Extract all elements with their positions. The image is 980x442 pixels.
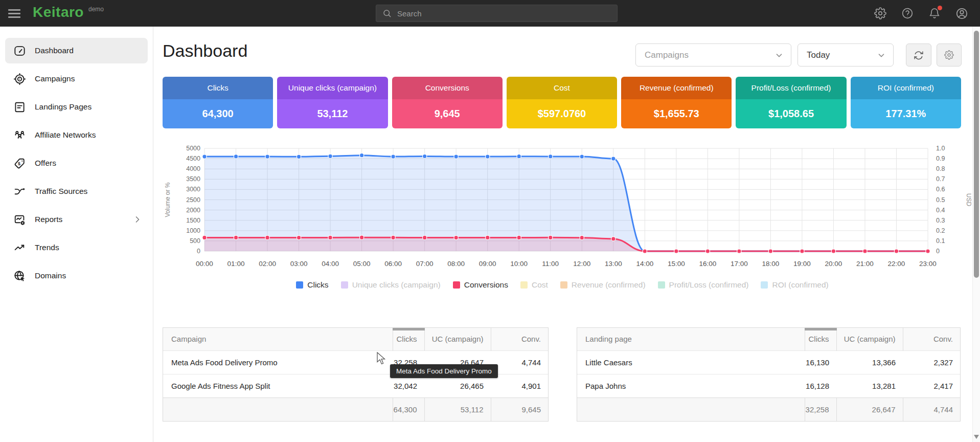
app-logo[interactable]: Keitaro demo	[33, 4, 104, 20]
svg-text:17:00: 17:00	[731, 260, 748, 268]
scroll-down-arrow-icon[interactable]	[974, 435, 979, 439]
total-value	[163, 397, 393, 421]
sidebar-item-dashboard[interactable]: Dashboard	[5, 38, 148, 63]
svg-text:1000: 1000	[186, 227, 200, 234]
column-header-clicks[interactable]: Clicks	[805, 328, 836, 350]
logo-demo-badge: demo	[88, 6, 104, 13]
stat-card-unique-clicks-campaign: Unique clicks (campaign)53,112	[277, 77, 388, 128]
total-value: 9,645	[491, 397, 548, 421]
svg-text:08:00: 08:00	[447, 260, 465, 268]
table-row: Papa Johns16,12813,2812,417	[577, 374, 960, 397]
cell-value: 4,744	[491, 350, 548, 374]
totals-row: 64,30053,1129,645	[163, 397, 548, 421]
legend-item-conversions[interactable]: Conversions	[453, 280, 508, 290]
mouse-cursor	[377, 352, 388, 365]
search-input[interactable]	[397, 9, 611, 18]
column-header-uc-campaign[interactable]: UC (campaign)	[424, 328, 491, 350]
row-name-link[interactable]: Meta Ads Food Delivery Promo	[163, 350, 393, 374]
cell-value: 16,130	[805, 350, 836, 374]
menu-icon[interactable]	[8, 7, 21, 19]
refresh-button[interactable]	[906, 43, 931, 67]
legend-label: Profit/Loss (confirmed)	[669, 280, 749, 290]
chart-legend: ClicksUnique clicks (campaign)Conversion…	[153, 280, 971, 290]
svg-text:4500: 4500	[186, 155, 200, 162]
sidebar-item-domains[interactable]: Domains	[5, 263, 148, 289]
legend-swatch	[341, 281, 348, 289]
legend-item-clicks[interactable]: Clicks	[296, 280, 328, 290]
row-name-link[interactable]: Google Ads Fitness App Split	[163, 374, 393, 397]
sidebar-item-landings-pages[interactable]: Landings Pages	[5, 94, 148, 120]
scrollbar-track[interactable]	[972, 27, 980, 442]
help-icon[interactable]	[901, 7, 915, 20]
svg-text:01:00: 01:00	[227, 260, 245, 268]
legend-swatch	[453, 281, 460, 289]
svg-text:05:00: 05:00	[353, 260, 371, 268]
legend-label: Revenue (confirmed)	[572, 280, 646, 290]
period-filter-select[interactable]: Today	[797, 43, 894, 67]
svg-text:0.5: 0.5	[936, 196, 945, 204]
svg-text:21:00: 21:00	[856, 260, 874, 268]
landing-pages-table: Landing pageClicksUC (campaign)Conv.Litt…	[577, 327, 961, 422]
sidebar-item-traffic-sources[interactable]: Traffic Sources	[5, 179, 148, 204]
sidebar-item-offers[interactable]: $Offers	[5, 150, 148, 176]
sidebar-item-label: Campaigns	[35, 74, 75, 83]
svg-text:0.9: 0.9	[936, 155, 945, 162]
svg-text:0.3: 0.3	[936, 217, 945, 224]
stat-card-label: Unique clicks (campaign)	[277, 77, 388, 99]
campaigns-filter-select[interactable]: Campaigns	[635, 43, 791, 67]
notifications-bell-icon[interactable]	[928, 7, 942, 20]
svg-text:07:00: 07:00	[416, 260, 434, 268]
svg-text:0.1: 0.1	[936, 237, 945, 245]
sidebar-item-affiliate-networks[interactable]: Affiliate Networks	[5, 122, 148, 148]
svg-text:0.4: 0.4	[936, 207, 945, 214]
user-account-icon[interactable]	[955, 7, 969, 20]
sidebar-item-label: Dashboard	[35, 46, 74, 55]
scrollbar-thumb[interactable]	[974, 31, 979, 278]
svg-text:10:00: 10:00	[510, 260, 528, 268]
total-value: 64,300	[393, 397, 424, 421]
settings-icon[interactable]	[874, 7, 887, 20]
topbar: Keitaro demo	[0, 0, 980, 27]
landing-pages-icon	[13, 100, 27, 114]
svg-text:11:00: 11:00	[542, 260, 559, 268]
search-icon	[382, 9, 392, 18]
svg-text:2000: 2000	[186, 207, 200, 214]
svg-text:3000: 3000	[186, 186, 200, 193]
total-value: 26,647	[836, 397, 903, 421]
cell-value: 2,327	[903, 350, 960, 374]
column-header-campaign[interactable]: Campaign	[163, 328, 393, 350]
legend-item-cost[interactable]: Cost	[520, 280, 548, 290]
column-header-landing-page[interactable]: Landing page	[577, 328, 805, 350]
sidebar-item-campaigns[interactable]: Campaigns	[5, 66, 148, 92]
stat-card-label: ROI (confirmed)	[851, 77, 961, 99]
stat-card-value: 64,300	[163, 99, 273, 128]
column-header-conv[interactable]: Conv.	[491, 328, 548, 350]
legend-item-unique-clicks-campaign[interactable]: Unique clicks (campaign)	[341, 280, 441, 290]
svg-text:0.6: 0.6	[936, 186, 945, 193]
sidebar-item-label: Landings Pages	[35, 102, 92, 112]
sidebar-item-reports[interactable]: Reports	[5, 207, 148, 232]
svg-text:USD: USD	[965, 193, 971, 207]
sidebar-item-label: Traffic Sources	[35, 187, 87, 196]
legend-item-roi-confirmed[interactable]: ROI (confirmed)	[761, 280, 828, 290]
stat-card-revenue-confirmed: Revenue (confirmed)$1,655.73	[621, 77, 732, 128]
reports-icon	[13, 213, 27, 226]
column-header-conv[interactable]: Conv.	[903, 328, 960, 350]
dashboard-settings-button[interactable]	[937, 43, 962, 67]
column-header-uc-campaign[interactable]: UC (campaign)	[836, 328, 903, 350]
row-name-link[interactable]: Little Caesars	[577, 350, 805, 374]
legend-item-profit-loss-confirmed[interactable]: Profit/Loss (confirmed)	[658, 280, 749, 290]
sidebar-item-trends[interactable]: Trends	[5, 235, 148, 260]
stat-card-value: $1,655.73	[621, 99, 732, 128]
legend-swatch	[520, 281, 528, 289]
legend-item-revenue-confirmed[interactable]: Revenue (confirmed)	[560, 280, 646, 290]
sort-indicator	[393, 328, 425, 330]
row-name-link[interactable]: Papa Johns	[577, 374, 805, 397]
total-value: 32,258	[805, 397, 836, 421]
campaigns-filter-value: Campaigns	[645, 50, 689, 60]
stat-card-label: Cost	[507, 77, 617, 99]
period-filter-value: Today	[807, 50, 830, 60]
column-header-clicks[interactable]: Clicks	[393, 328, 424, 350]
sidebar-item-label: Reports	[35, 215, 62, 224]
svg-text:22:00: 22:00	[888, 260, 905, 268]
